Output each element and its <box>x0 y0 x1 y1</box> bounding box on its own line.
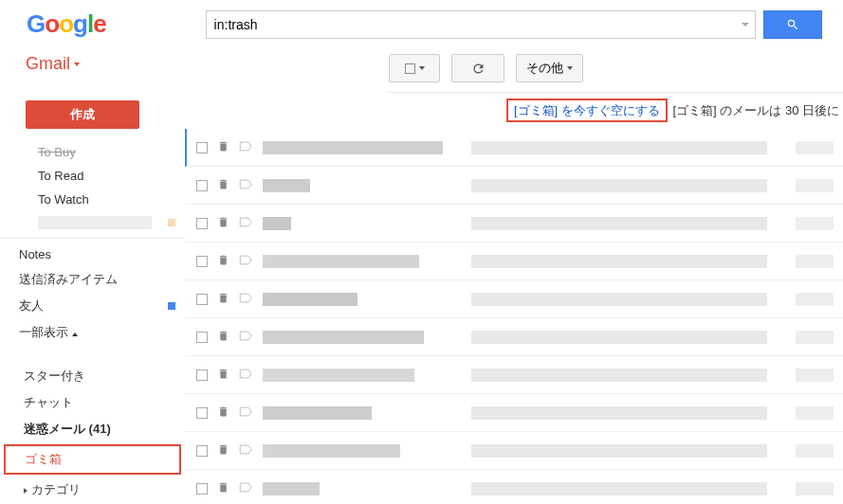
trash-icon <box>217 329 229 346</box>
more-button[interactable]: その他 <box>516 54 583 82</box>
row-checkbox[interactable] <box>196 332 208 343</box>
caret-down-icon <box>419 66 425 70</box>
label-icon <box>239 480 253 497</box>
date-redacted <box>796 444 834 458</box>
mail-row[interactable] <box>185 167 843 205</box>
row-checkbox[interactable] <box>196 294 208 305</box>
label-icon <box>239 405 253 422</box>
sender-redacted <box>263 369 414 382</box>
empty-trash-link[interactable]: [ゴミ箱] を今すぐ空にする <box>506 99 668 122</box>
caret-up-icon <box>72 333 78 336</box>
trash-icon <box>217 480 229 497</box>
label-icon <box>239 329 253 346</box>
sidebar-item-notes[interactable]: Notes <box>0 243 185 266</box>
subject-redacted <box>471 293 767 306</box>
date-redacted <box>796 331 834 344</box>
sidebar-item-category[interactable]: カテゴリ <box>0 477 185 503</box>
trash-banner: [ゴミ箱] を今すぐ空にする [ゴミ箱] のメールは 30 日後に <box>185 93 843 129</box>
sender-redacted <box>263 406 372 420</box>
caret-down-icon <box>567 66 573 70</box>
sidebar-item-to-buy[interactable]: To Buy <box>0 140 185 164</box>
trash-icon <box>217 177 229 194</box>
row-checkbox[interactable] <box>196 407 208 419</box>
row-checkbox[interactable] <box>196 256 208 267</box>
redacted-label <box>38 216 152 229</box>
date-redacted <box>796 482 834 495</box>
refresh-icon <box>471 62 486 76</box>
sidebar-item-to-watch[interactable]: To Watch <box>0 188 185 211</box>
subject-redacted <box>471 406 767 420</box>
date-redacted <box>796 406 834 420</box>
trash-icon <box>217 442 229 459</box>
sidebar-item-friends[interactable]: 友人 <box>0 293 185 319</box>
search-options-dropdown-icon[interactable] <box>742 23 749 27</box>
mail-row[interactable] <box>185 318 843 356</box>
subject-redacted <box>471 331 767 344</box>
label-icon <box>239 177 253 194</box>
google-logo: Google <box>27 9 106 39</box>
caret-down-icon <box>74 63 80 66</box>
sidebar-item-label: 一部表示 <box>19 325 68 339</box>
compose-button[interactable]: 作成 <box>26 100 139 129</box>
mail-row[interactable] <box>185 243 843 280</box>
sidebar-item-label: 友人 <box>19 297 44 315</box>
row-checkbox[interactable] <box>196 483 208 495</box>
search-input[interactable] <box>214 11 747 38</box>
trash-icon <box>217 215 229 232</box>
sidebar-item-starred[interactable]: スター付き <box>0 363 185 389</box>
trash-info-text: [ゴミ箱] のメールは 30 日後に <box>672 103 839 117</box>
mail-row[interactable] <box>185 432 843 470</box>
label-icon <box>239 253 253 270</box>
date-redacted <box>796 217 834 230</box>
mail-row[interactable] <box>185 470 843 504</box>
trash-icon <box>217 291 229 308</box>
row-checkbox[interactable] <box>196 369 208 381</box>
mail-row[interactable] <box>185 356 843 394</box>
subject-redacted <box>471 444 767 458</box>
label-icon <box>239 139 253 156</box>
sidebar: 作成 To Buy To Read To Watch Notes 送信済みアイテ… <box>0 93 185 504</box>
sidebar-item-trash[interactable]: ゴミ箱 <box>4 444 181 475</box>
sidebar-show-partial[interactable]: 一部表示 <box>0 319 185 346</box>
subject-redacted <box>471 255 767 268</box>
sidebar-item-sent[interactable]: 送信済みアイテム <box>0 266 185 293</box>
mail-row[interactable] <box>185 280 843 318</box>
sidebar-item-chat[interactable]: チャット <box>0 389 185 416</box>
caret-right-icon <box>24 488 27 494</box>
content: [ゴミ箱] を今すぐ空にする [ゴミ箱] のメールは 30 日後に <box>185 93 843 504</box>
select-all-button[interactable] <box>389 54 440 82</box>
trash-icon <box>217 405 229 422</box>
gmail-label-text: Gmail <box>26 54 70 74</box>
label-icon <box>239 291 253 308</box>
header: Google <box>0 0 843 48</box>
row-checkbox[interactable] <box>196 218 208 229</box>
sender-redacted <box>263 482 320 495</box>
sidebar-item-spam[interactable]: 迷惑メール (41) <box>0 416 185 442</box>
subject-redacted <box>471 179 767 192</box>
search-button[interactable] <box>763 10 822 39</box>
toolbar: その他 <box>389 48 843 93</box>
date-redacted <box>796 293 834 306</box>
subject-redacted <box>471 141 767 154</box>
more-label: その他 <box>526 60 563 77</box>
label-icon <box>239 215 253 232</box>
mail-row[interactable] <box>185 129 843 167</box>
gmail-menu[interactable]: Gmail <box>0 54 194 74</box>
checkbox-icon <box>405 63 415 74</box>
search-bar <box>206 10 822 39</box>
refresh-button[interactable] <box>451 54 504 82</box>
sidebar-item-to-read[interactable]: To Read <box>0 164 185 188</box>
mail-row[interactable] <box>185 394 843 432</box>
color-tag-icon <box>168 302 175 310</box>
row-checkbox[interactable] <box>196 445 208 457</box>
color-tag-icon <box>168 219 175 226</box>
main: 作成 To Buy To Read To Watch Notes 送信済みアイテ… <box>0 93 843 504</box>
mail-list <box>185 129 843 504</box>
row-checkbox[interactable] <box>196 142 208 153</box>
sender-redacted <box>263 293 357 306</box>
mail-row[interactable] <box>185 205 843 243</box>
row-checkbox[interactable] <box>196 180 208 191</box>
sender-redacted <box>263 255 419 268</box>
date-redacted <box>796 141 834 154</box>
sidebar-item-redacted[interactable] <box>0 211 185 234</box>
